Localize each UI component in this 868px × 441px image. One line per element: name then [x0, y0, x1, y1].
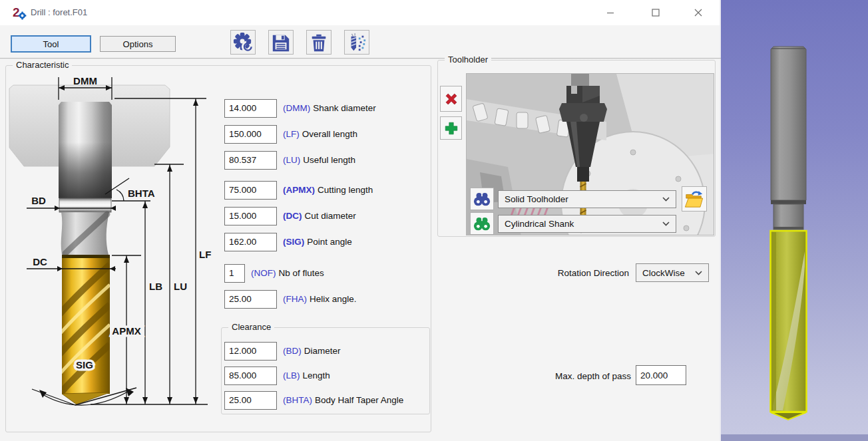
update-gear-icon — [233, 32, 254, 53]
lf-label: Overall length — [302, 129, 357, 139]
dim-label-lu: LU — [174, 281, 187, 292]
nof-code: (NOF) — [251, 268, 276, 278]
lu-input[interactable] — [224, 151, 277, 170]
bd-code: (BD) — [283, 346, 302, 356]
fha-code: (FHA) — [283, 294, 307, 304]
characteristic-group-label: Characteristic — [13, 60, 72, 70]
save-icon — [271, 33, 291, 53]
remove-x-icon — [443, 91, 459, 107]
close-button[interactable] — [686, 3, 711, 23]
app-logo-icon: 2 — [12, 5, 27, 20]
viewport-bottom-strip — [721, 434, 868, 441]
toolholder-type-select[interactable]: Solid Toolholder — [498, 190, 676, 208]
dim-label-dmm: DMM — [73, 75, 97, 86]
dc-input[interactable] — [224, 207, 277, 225]
minimize-button[interactable] — [598, 3, 623, 23]
search-toolholder-button[interactable] — [470, 188, 494, 210]
titlebar[interactable]: 2 Drill : foret.F01 — [0, 0, 720, 25]
lf-input[interactable] — [224, 125, 277, 144]
nof-input[interactable] — [224, 264, 245, 283]
chips-simulation-icon — [347, 33, 367, 53]
open-folder-icon — [684, 189, 704, 209]
fha-input[interactable] — [224, 290, 277, 309]
rotation-direction-value: ClockWise — [642, 268, 685, 278]
field-row-dmm: (DMM) Shank diameter — [224, 98, 376, 118]
rotation-direction-label: Rotation Direction — [506, 268, 629, 278]
dim-label-lf: LF — [199, 249, 211, 260]
drill-dimension-diagram: DMM BD BHTA DC LB LU LF APMX SIG — [8, 71, 216, 428]
dmm-input[interactable] — [224, 99, 277, 118]
maximize-button[interactable] — [643, 3, 668, 23]
bhta-input[interactable] — [224, 391, 277, 410]
window-title: Drill : foret.F01 — [31, 7, 87, 17]
lb-code: (LB) — [283, 370, 300, 380]
apmx-input[interactable] — [224, 181, 277, 200]
bd-label: Diameter — [304, 346, 341, 356]
toolholder-type-value: Solid Toolholder — [505, 194, 568, 204]
toolbar-divider — [0, 58, 721, 59]
toolholder-group-label: Toolholder — [445, 55, 491, 65]
dim-label-bd: BD — [31, 195, 46, 206]
dim-label-sig: SIG — [76, 359, 93, 370]
delete-icon — [309, 33, 329, 53]
3d-viewport[interactable] — [721, 0, 868, 441]
bhta-label: Body Half Taper Angle — [315, 395, 403, 405]
shank-type-select[interactable]: Cylindrical Shank — [498, 215, 676, 233]
binoculars-green-icon — [473, 216, 491, 231]
tab-tool[interactable]: Tool — [11, 35, 91, 53]
apmx-code: (APMX) — [283, 185, 315, 195]
save-button[interactable] — [268, 30, 294, 55]
bhta-code: (BHTA) — [283, 395, 312, 405]
field-row-bd: (BD) Diameter — [224, 341, 341, 361]
shank-type-value: Cylindrical Shank — [505, 219, 574, 229]
search-shank-button[interactable] — [470, 212, 494, 235]
svg-text:2: 2 — [13, 5, 20, 19]
drill-dialog: 2 Drill : foret.F01 To — [0, 0, 721, 441]
simulation-button[interactable] — [344, 30, 369, 55]
sig-input[interactable] — [224, 233, 277, 251]
max-depth-input[interactable] — [636, 365, 686, 385]
dmm-code: (DMM) — [283, 103, 310, 113]
lb-label: Length — [303, 370, 330, 380]
binoculars-blue-icon — [473, 191, 491, 207]
screen: 2 Drill : foret.F01 To — [0, 0, 868, 441]
add-plus-icon — [443, 120, 459, 136]
rotation-direction-select[interactable]: ClockWise — [636, 263, 709, 282]
dim-label-bhta: BHTA — [128, 188, 155, 199]
update-button[interactable] — [230, 30, 256, 55]
dim-label-dc: DC — [33, 256, 47, 267]
dim-label-lb: LB — [149, 281, 162, 292]
field-row-dc: (DC) Cut diameter — [224, 206, 356, 225]
lu-code: (LU) — [283, 155, 300, 165]
field-row-lu: (LU) Useful length — [224, 150, 355, 170]
add-toolholder-button[interactable] — [440, 116, 462, 140]
clearance-group-label: Clearance — [228, 322, 274, 332]
tab-options-label: Options — [123, 39, 153, 49]
tab-options[interactable]: Options — [100, 36, 176, 52]
chevron-down-icon — [662, 221, 670, 226]
max-depth-label: Max. depth of pass — [506, 371, 631, 381]
drill-3d-render — [721, 0, 868, 441]
lb-input[interactable] — [224, 367, 277, 385]
bd-input[interactable] — [224, 342, 277, 361]
open-toolholder-file-button[interactable] — [682, 186, 707, 212]
dc-code: (DC) — [283, 211, 302, 221]
field-row-lf: (LF) Overall length — [224, 124, 357, 144]
dc-label: Cut diameter — [305, 211, 356, 221]
sig-code: (SIG) — [283, 237, 304, 247]
sig-label: Point angle — [307, 237, 352, 247]
chevron-down-icon — [662, 197, 670, 202]
field-row-fha: (FHA) Helix angle. — [224, 289, 357, 309]
tab-tool-label: Tool — [43, 39, 59, 49]
dim-label-apmx: APMX — [112, 325, 140, 337]
lf-code: (LF) — [283, 129, 300, 139]
remove-toolholder-button[interactable] — [440, 86, 462, 112]
dmm-label: Shank diameter — [313, 103, 376, 113]
nof-label: Nb of flutes — [279, 268, 324, 278]
field-row-lb: (LB) Length — [224, 366, 330, 385]
lu-label: Useful length — [303, 155, 355, 165]
field-row-apmx: (APMX) Cutting length — [224, 180, 373, 200]
chevron-down-icon — [695, 271, 702, 275]
delete-button[interactable] — [306, 30, 331, 55]
field-row-sig: (SIG) Point angle — [224, 232, 352, 251]
